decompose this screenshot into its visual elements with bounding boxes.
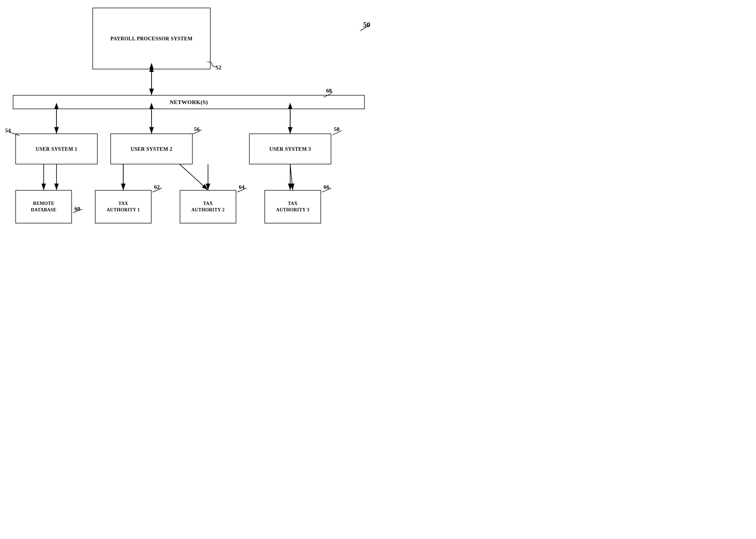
- tax-authority-1-label: TAX AUTHORITY 1: [107, 200, 140, 213]
- diagram: PAYROLL PROCESSOR SYSTEM 52 50 NETWORK(S…: [0, 0, 378, 270]
- ref-62-bracket: [152, 187, 164, 193]
- user-system-3-box: USER SYSTEM 3: [249, 133, 331, 164]
- user-system-3-label: USER SYSTEM 3: [269, 146, 311, 152]
- user-system-2-box: USER SYSTEM 2: [111, 133, 192, 164]
- remote-database-box: REMOTE DATABASE: [15, 190, 72, 223]
- ref-60-bracket: [72, 208, 85, 213]
- user-system-1-box: USER SYSTEM 1: [15, 133, 98, 164]
- tax-authority-2-label: TAX AUTHORITY 2: [191, 200, 224, 213]
- user-system-2-label: USER SYSTEM 2: [131, 146, 172, 152]
- payroll-processor-box: PAYROLL PROCESSOR SYSTEM: [93, 8, 210, 69]
- ref-56-bracket: [191, 128, 204, 135]
- ref-66-bracket: [321, 187, 334, 193]
- ref-64-bracket: [236, 187, 249, 193]
- ref-50-arrow: [359, 25, 372, 32]
- svg-line-18: [180, 164, 208, 190]
- ref-54-bracket: [8, 131, 21, 136]
- tax-authority-3-label: TAX AUTHORITY 3: [276, 200, 309, 213]
- network-label: NETWORK(S): [170, 99, 208, 106]
- payroll-processor-label: PAYROLL PROCESSOR SYSTEM: [111, 36, 192, 41]
- tax-authority-3-box: TAX AUTHORITY 3: [265, 190, 321, 223]
- svg-line-19: [290, 164, 293, 190]
- network-box: NETWORK(S): [13, 95, 365, 109]
- ref-58-bracket: [331, 129, 344, 136]
- tax-authority-1-box: TAX AUTHORITY 1: [95, 190, 152, 223]
- user-system-1-label: USER SYSTEM 1: [36, 146, 77, 152]
- tax-authority-2-box: TAX AUTHORITY 2: [180, 190, 236, 223]
- ref-52-bracket: [204, 62, 220, 69]
- ref-68-bracket: [322, 91, 335, 98]
- remote-database-label: REMOTE DATABASE: [31, 200, 56, 213]
